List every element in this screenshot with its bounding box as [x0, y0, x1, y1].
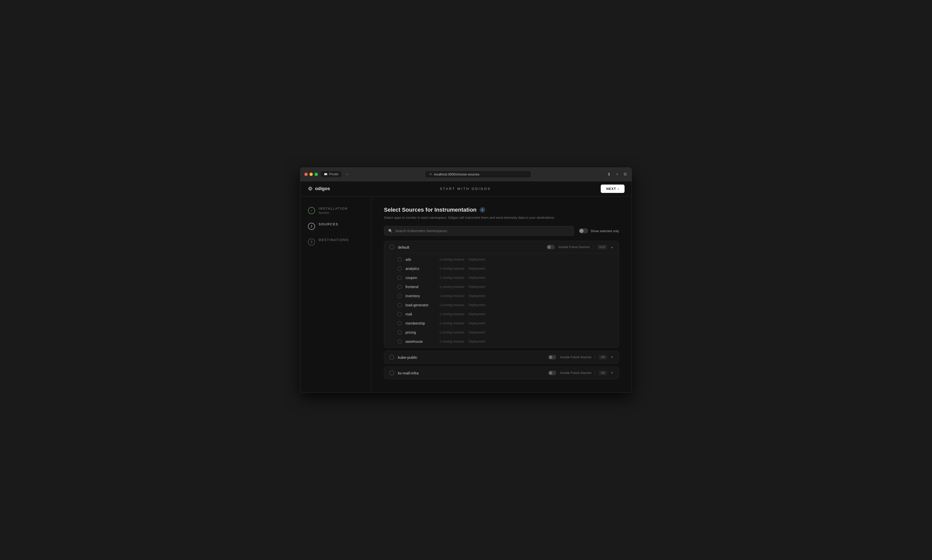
service-ads-name: ads	[405, 257, 436, 262]
search-input[interactable]	[395, 229, 570, 233]
traffic-lights	[304, 173, 318, 176]
service-membership-checkbox[interactable]	[397, 321, 402, 326]
namespace-kube-public-checkbox[interactable]	[389, 355, 394, 360]
service-pricing-meta: 1 running instance · Deployment	[439, 331, 485, 334]
namespace-default-name: default	[398, 245, 543, 249]
step-1-icon: ✓	[308, 207, 315, 214]
step-2-label: SOURCES	[319, 222, 364, 226]
service-pricing[interactable]: pricing 1 running instance · Deployment	[384, 328, 619, 337]
namespace-default-chevron-icon: ▲	[611, 245, 614, 249]
step-sources: 2 SOURCES	[308, 222, 364, 230]
step-2-icon: 2	[308, 223, 315, 230]
sources-badge: 8	[480, 207, 485, 213]
service-ads[interactable]: ads 1 running instance · Deployment	[384, 255, 619, 264]
step-2-info: SOURCES	[319, 222, 364, 226]
step-installation: ✓ INSTALLATION Success	[308, 206, 364, 214]
url-cmd-icon: ⌘	[429, 173, 432, 176]
url-bar[interactable]: ⌘ localhost:3000/choose-sources	[425, 171, 531, 178]
namespace-default-checkbox[interactable]	[389, 245, 394, 249]
service-membership-meta: 1 running instance · Deployment	[439, 322, 485, 325]
service-membership-name: membership	[405, 321, 436, 325]
copy-icon[interactable]: ⧉	[623, 171, 628, 177]
tab-label: Private	[329, 172, 338, 176]
service-warehouse-checkbox[interactable]	[397, 339, 402, 344]
close-button[interactable]	[304, 173, 308, 176]
service-analytics-meta: 1 running instance · Deployment	[439, 267, 485, 271]
next-button[interactable]: NEXT ›	[601, 185, 624, 193]
service-coupon-checkbox[interactable]	[397, 275, 402, 280]
svg-point-0	[309, 188, 311, 189]
namespace-kv-mall-infra-header[interactable]: kv-mall-infra Include Future Sources 0/5…	[384, 367, 619, 379]
service-membership[interactable]: membership 1 running instance · Deployme…	[384, 319, 619, 328]
service-frontend[interactable]: frontend 1 running instance · Deployment	[384, 282, 619, 291]
service-load-generator[interactable]: load-generator 1 running instance · Depl…	[384, 300, 619, 309]
search-icon: 🔍	[388, 229, 393, 233]
namespace-kube-public-future-label: Include Future Sources	[560, 355, 592, 359]
service-inventory-name: inventory	[405, 294, 436, 298]
step-3-icon: 3	[308, 238, 315, 246]
show-selected-toggle-row: Show selected only	[579, 228, 619, 234]
page-title: Select Sources for Instrumentation	[384, 206, 477, 213]
service-inventory-checkbox[interactable]	[397, 294, 402, 298]
service-analytics[interactable]: analytics 1 running instance · Deploymen…	[384, 264, 619, 273]
step-1-label: INSTALLATION	[319, 206, 364, 211]
service-analytics-checkbox[interactable]	[397, 266, 402, 271]
namespace-kv-mall-infra-count: 0/5	[599, 371, 607, 375]
back-button[interactable]: ‹	[344, 171, 350, 177]
show-selected-toggle[interactable]	[579, 228, 588, 234]
step-destinations: 3 DESTINATIONS	[308, 238, 364, 246]
next-arrow-icon: ›	[618, 187, 619, 191]
service-pricing-checkbox[interactable]	[397, 330, 402, 335]
namespace-kv-mall-infra-right: Include Future Sources 0/5 ▼	[548, 371, 614, 375]
namespace-default-right: Include Future Sources 0/10 ▲	[547, 245, 614, 249]
service-frontend-meta: 1 running instance · Deployment	[439, 285, 485, 289]
service-load-generator-checkbox[interactable]	[397, 303, 402, 307]
header-title: START WITH ODIGOS	[440, 187, 491, 191]
minimize-button[interactable]	[310, 173, 313, 176]
service-pricing-name: pricing	[405, 331, 436, 334]
url-text: localhost:3000/choose-sources	[434, 172, 479, 176]
service-coupon[interactable]: coupon 1 running instance · Deployment	[384, 273, 619, 282]
namespace-default-future-label: Include Future Sources	[558, 245, 590, 249]
url-bar-container: ⌘ localhost:3000/choose-sources	[353, 171, 603, 178]
service-frontend-checkbox[interactable]	[397, 285, 402, 289]
tab-book-icon: 📖	[324, 173, 328, 176]
search-box[interactable]: 🔍	[384, 226, 574, 236]
namespace-default-future-toggle[interactable]	[547, 245, 555, 249]
service-coupon-name: coupon	[405, 276, 436, 280]
namespace-default-count: 0/10	[597, 245, 607, 249]
service-warehouse-name: warehouse	[405, 340, 436, 343]
share-icon[interactable]: ⬆	[606, 171, 612, 178]
namespace-default-services: ads 1 running instance · Deployment anal…	[384, 253, 619, 348]
service-warehouse[interactable]: warehouse 1 running instance · Deploymen…	[384, 337, 619, 346]
service-inventory[interactable]: inventory 1 running instance · Deploymen…	[384, 291, 619, 300]
logo: odigos	[308, 186, 330, 191]
namespace-kube-public: kube-public Include Future Sources 0/0 ▼	[384, 351, 619, 363]
service-load-generator-name: load-generator	[405, 303, 436, 307]
namespace-kube-public-header[interactable]: kube-public Include Future Sources 0/0 ▼	[384, 351, 619, 363]
namespace-kube-public-future-toggle[interactable]	[548, 355, 556, 360]
odigos-logo-icon	[308, 186, 313, 191]
namespace-default-header[interactable]: default Include Future Sources 0/10 ▲	[384, 241, 619, 253]
service-ads-checkbox[interactable]	[397, 257, 402, 262]
namespace-kv-mall-infra-future-toggle[interactable]	[548, 371, 556, 375]
maximize-button[interactable]	[314, 173, 318, 176]
new-tab-icon[interactable]: ＋	[614, 171, 620, 178]
divider	[593, 245, 594, 249]
service-mail-checkbox[interactable]	[397, 312, 402, 317]
service-frontend-name: frontend	[405, 285, 436, 289]
namespace-kv-mall-infra-checkbox[interactable]	[389, 371, 394, 375]
namespace-default: default Include Future Sources 0/10 ▲ ad…	[384, 241, 619, 348]
app-header: odigos START WITH ODIGOS NEXT ›	[300, 181, 632, 197]
namespace-kube-public-name: kube-public	[398, 355, 545, 360]
step-3-label: DESTINATIONS	[319, 238, 364, 242]
namespace-kube-public-right: Include Future Sources 0/0 ▼	[548, 355, 614, 360]
service-mail-meta: 1 running instance · Deployment	[439, 312, 485, 316]
show-selected-label: Show selected only	[591, 229, 619, 233]
sidebar: ✓ INSTALLATION Success 2 SOURCES 3 DESTI…	[300, 197, 371, 393]
service-load-generator-meta: 1 running instance · Deployment	[439, 303, 485, 307]
browser-tab[interactable]: 📖 Private	[321, 171, 341, 177]
service-mail[interactable]: mail 1 running instance · Deployment	[384, 309, 619, 319]
namespace-kv-mall-infra-name: kv-mall-infra	[398, 371, 545, 375]
namespace-kv-mall-infra-future-label: Include Future Sources	[560, 371, 592, 375]
